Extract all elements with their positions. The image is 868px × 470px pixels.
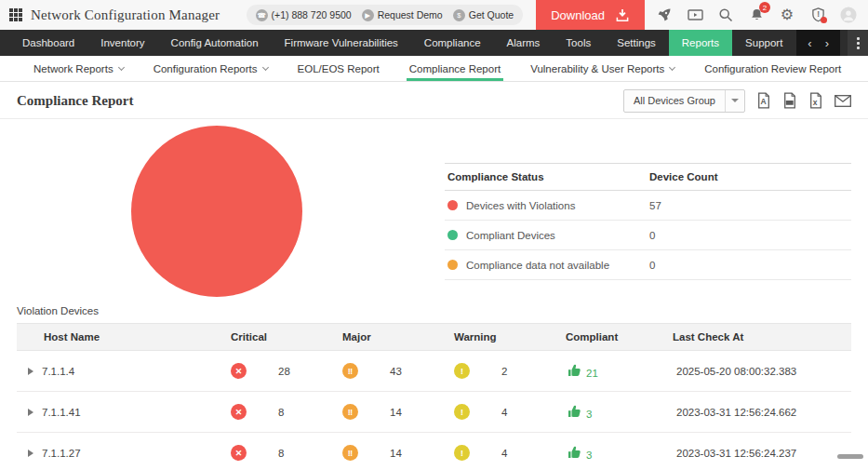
device-group-value: All Devices Group [624,90,725,112]
nav-item-settings[interactable]: Settings [604,30,669,56]
nav-item-dashboard[interactable]: Dashboard [9,30,87,56]
critical-count: 28 [278,366,290,377]
app-title: Network Configuration Manager [31,7,220,23]
legend-dot-violations [447,200,458,210]
contact-pill: ☎ (+1) 888 720 9500 ▶ Request Demo $ Get… [247,5,524,25]
get-quote-label: Get Quote [469,9,514,20]
critical-icon: ✕ [231,404,247,420]
request-demo-link[interactable]: ▶ Request Demo [362,9,443,21]
subnav-network-reports[interactable]: Network Reports [19,56,139,81]
chevron-down-icon [261,63,268,70]
subnav-configuration-review-report[interactable]: Configuration Review Report [689,56,856,81]
email-report-icon[interactable] [835,95,851,107]
nav-item-compliance[interactable]: Compliance [411,30,494,56]
compliance-pie-chart[interactable] [131,126,302,297]
subnav-configuration-reports[interactable]: Configuration Reports [139,56,283,81]
notification-badge: 2 [759,2,770,13]
warning-count: 4 [501,448,507,459]
last-check-at: 2025-05-20 08:00:32.383 [673,366,851,377]
violations-count: 57 [649,200,851,211]
download-button[interactable]: Download [536,0,645,30]
subnav-eol-eos-report[interactable]: EOL/EOS Report [283,56,394,81]
status-row-compliant: Compliant Devices 0 [445,221,851,250]
main-nav: Dashboard Inventory Config Automation Fi… [0,30,868,56]
device-group-select[interactable]: All Devices Group [623,89,745,113]
subnav-custom-report[interactable]: Custom Report [856,56,868,81]
col-warning: Warning [454,331,566,342]
table-row[interactable]: 7.1.1.27 ✕ 8 ‼ 14 ! 4 3 2023-03-31 12:56… [17,433,851,470]
nav-prev-icon[interactable]: ‹ [808,37,811,49]
subnav-vulnerability-user-reports[interactable]: Vulnerability & User Reports [515,56,689,81]
nav-item-reports[interactable]: Reports [669,30,732,56]
topbar-right: ☎ (+1) 888 720 9500 ▶ Request Demo $ Get… [247,0,868,30]
violation-devices-title: Violation Devices [17,305,851,316]
col-last-check: Last Check At [673,331,851,342]
avatar[interactable] [840,7,857,23]
svg-text:A: A [761,97,767,106]
table-row[interactable]: 7.1.1.41 ✕ 8 ‼ 14 ! 4 3 2023-03-31 12:56… [17,392,851,433]
page-head: Compliance Report All Devices Group A x [0,83,868,119]
nav-next-icon[interactable]: › [825,37,829,49]
horizontal-scrollbar-thumb[interactable] [837,454,863,459]
get-quote-link[interactable]: $ Get Quote [453,9,514,21]
critical-icon: ✕ [231,445,247,461]
row-expand-icon[interactable] [28,450,33,457]
major-count: 14 [390,448,402,459]
subnav-compliance-report[interactable]: Compliance Report [394,56,515,81]
legend-dot-not-available [447,260,458,270]
not-available-count: 0 [649,260,851,271]
compliant-count: 3 [586,409,592,420]
warning-count: 2 [501,366,507,377]
critical-count: 8 [278,448,284,459]
search-icon[interactable] [717,7,734,23]
nav-item-firmware-vulnerabilities[interactable]: Firmware Vulnerabilities [272,30,411,56]
row-expand-icon[interactable] [28,368,33,375]
row-expand-icon[interactable] [28,409,33,416]
host-name: 7.1.1.41 [42,407,81,418]
rocket-icon[interactable] [656,7,673,23]
compliance-status-table: Compliance Status Device Count Devices w… [445,163,851,280]
gear-icon[interactable]: ⚙ [779,7,795,23]
nav-item-tools[interactable]: Tools [553,30,604,56]
table-row[interactable]: 7.1.1.4 ✕ 28 ‼ 43 ! 2 21 2025-05-20 08:0… [17,351,851,392]
nav-item-support[interactable]: Support [732,30,795,56]
col-host-name: Host Name [17,331,231,342]
quote-icon: $ [453,9,465,21]
phone-icon: ☎ [256,9,268,21]
major-count: 14 [390,407,402,418]
major-icon: ‼ [342,363,358,379]
request-demo-label: Request Demo [378,9,443,20]
reports-subnav: Network Reports Configuration Reports EO… [0,56,868,82]
download-icon [615,8,630,22]
phone-link[interactable]: ☎ (+1) 888 720 9500 [256,9,352,21]
phone-number: (+1) 888 720 9500 [272,9,352,20]
host-name: 7.1.1.4 [42,366,74,377]
nav-item-alarms[interactable]: Alarms [494,30,554,56]
major-icon: ‼ [342,445,358,461]
col-compliant: Compliant [566,331,673,342]
major-icon: ‼ [342,404,358,420]
nav-item-config-automation[interactable]: Config Automation [158,30,272,56]
shield-alert-icon[interactable]: ! [809,7,826,23]
warning-count: 4 [501,407,507,418]
export-xls-icon[interactable]: x [808,92,823,109]
report-controls: All Devices Group A x [623,89,851,113]
bell-icon[interactable]: 2 [748,7,765,23]
warning-icon: ! [454,363,470,379]
apps-grid-icon[interactable] [9,8,22,21]
select-caret-icon[interactable] [725,90,744,112]
export-pdf-icon[interactable]: A [756,92,771,109]
export-csv-icon[interactable] [782,92,797,109]
status-row-violations: Devices with Violations 57 [445,191,851,221]
warning-icon: ! [454,404,470,420]
nav-item-inventory[interactable]: Inventory [87,30,157,56]
critical-count: 8 [278,407,284,418]
critical-icon: ✕ [231,363,247,379]
nav-overflow-menu-icon[interactable] [848,30,868,56]
major-count: 43 [390,366,402,377]
nav-scroll-arrows: ‹ › [796,30,840,56]
thumbs-up-icon [568,446,581,461]
topbar-icons: 2 ⚙ ! [645,7,868,23]
status-table-header: Compliance Status Device Count [445,163,851,191]
presentation-icon[interactable] [687,7,703,23]
